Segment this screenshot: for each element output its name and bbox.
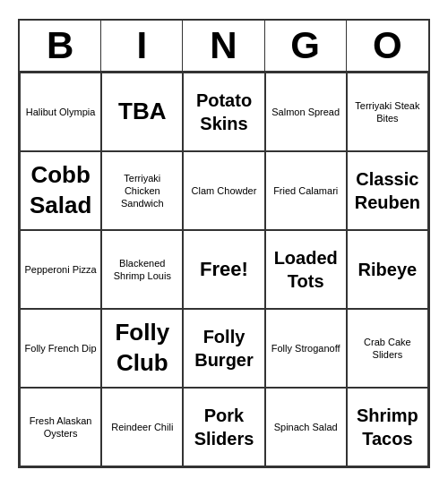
bingo-header-letter: O [347,21,428,71]
bingo-cell: Ribeye [347,230,428,309]
bingo-cell: Crab Cake Sliders [347,309,428,388]
bingo-header-letter: B [20,21,101,71]
bingo-cell: Salmon Spread [265,73,347,151]
bingo-cell: Reindeer Chili [101,388,183,466]
bingo-header: BINGO [20,21,428,73]
bingo-header-letter: I [101,21,183,71]
bingo-cell: Terriyaki Steak Bites [347,73,428,151]
bingo-cell: Potato Skins [183,73,264,151]
bingo-cell: Shrimp Tacos [347,388,428,466]
bingo-cell: Blackened Shrimp Louis [101,230,183,309]
bingo-grid: Halibut OlympiaTBAPotato SkinsSalmon Spr… [20,73,428,466]
bingo-cell: Fried Calamari [265,151,347,230]
bingo-cell: Cobb Salad [20,151,101,230]
bingo-cell: Loaded Tots [265,230,347,309]
bingo-cell: Pork Sliders [183,388,264,466]
bingo-cell: Terriyaki Chicken Sandwich [101,151,183,230]
bingo-cell: Clam Chowder [183,151,264,230]
bingo-cell: Folly Stroganoff [265,309,347,388]
bingo-cell: Fresh Alaskan Oysters [20,388,101,466]
bingo-cell: Classic Reuben [347,151,428,230]
bingo-cell: Folly Club [101,309,183,388]
bingo-cell: TBA [101,73,183,151]
bingo-cell: Folly Burger [183,309,264,388]
bingo-cell: Folly French Dip [20,309,101,388]
bingo-cell: Pepperoni Pizza [20,230,101,309]
bingo-header-letter: N [183,21,264,71]
bingo-cell: Halibut Olympia [20,73,101,151]
bingo-card: BINGO Halibut OlympiaTBAPotato SkinsSalm… [18,19,430,468]
bingo-header-letter: G [265,21,347,71]
bingo-cell: Free! [183,230,264,309]
bingo-cell: Spinach Salad [265,388,347,466]
